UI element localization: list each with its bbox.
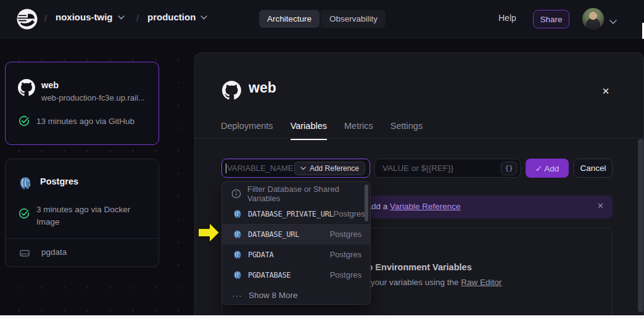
show-more-button[interactable]: ··· Show 8 More (222, 285, 370, 305)
dropdown-item-pgdata[interactable]: PGDATA Postgres (222, 244, 370, 265)
postgres-icon (233, 230, 242, 239)
project-name: noxious-twig (56, 12, 113, 22)
environment-breadcrumb[interactable]: production (147, 12, 207, 22)
page-bottom-edge (0, 315, 644, 319)
banner-close-icon[interactable]: ✕ (597, 201, 604, 210)
service-detail-panel: web ✕ Deployments Variables Metrics Sett… (194, 52, 644, 319)
panel-scrollbar[interactable] (638, 139, 643, 312)
tab-architecture[interactable]: Architecture (259, 10, 320, 28)
service-name: Postgres (40, 176, 78, 186)
service-card-postgres[interactable]: Postgres 3 minutes ago via Docker Image … (5, 159, 159, 267)
deploy-status: 13 minutes ago via GitHub (36, 115, 151, 128)
user-menu-chevron-icon[interactable] (609, 16, 617, 27)
chevron-down-icon (118, 15, 125, 20)
github-icon (18, 79, 35, 99)
cancel-button[interactable]: Cancel (574, 159, 613, 178)
dropdown-item-database-url[interactable]: DATABASE_URL Postgres (222, 224, 370, 244)
chevron-down-icon (300, 167, 306, 170)
breadcrumb-separator: / (44, 13, 47, 23)
volume-row-pgdata[interactable]: pgdata (6, 238, 159, 267)
avatar[interactable] (582, 8, 604, 30)
volume-name: pgdata (41, 247, 67, 257)
service-domain: web-production-fc3e.up.rail... (41, 93, 145, 102)
dropdown-item-pgdatabase[interactable]: PGDATABASE Postgres (222, 265, 370, 285)
dropdown-filter-hint: Filter Database or Shared Variables (222, 183, 370, 204)
variable-name-input[interactable]: VARIABLE_NAME Add Reference (221, 159, 370, 178)
postgres-icon (233, 270, 242, 280)
dropdown-scrollbar[interactable] (365, 184, 368, 222)
variable-reference-link[interactable]: Variable Reference (390, 202, 461, 211)
empty-state-subtitle: your variables using the (371, 278, 461, 287)
variable-suggestion-dropdown: Filter Database or Shared Variables DATA… (221, 181, 371, 305)
environment-name: production (147, 12, 196, 22)
postgres-icon (233, 209, 242, 219)
ellipsis-icon: ··· (232, 291, 242, 300)
postgres-icon (233, 250, 242, 260)
empty-state-title: No Environment Variables (361, 262, 472, 272)
add-reference-button[interactable]: Add Reference (294, 162, 365, 175)
success-check-icon (18, 115, 30, 130)
service-card-web[interactable]: web web-production-fc3e.up.rail... 13 mi… (5, 62, 159, 145)
panel-title: web (249, 80, 276, 96)
success-check-icon (18, 207, 30, 222)
view-switcher: Architecture Observability (259, 10, 386, 28)
raw-value-toggle[interactable]: {} (501, 162, 517, 175)
tab-observability[interactable]: Observability (321, 10, 386, 28)
variable-value-placeholder: VALUE or ${{REF}} (382, 164, 453, 173)
chevron-down-icon (200, 15, 207, 20)
help-button[interactable]: Help (498, 13, 516, 23)
railway-project-window: / noxious-twig / production Architecture… (0, 0, 644, 319)
top-navbar: / noxious-twig / production Architecture… (0, 0, 644, 38)
postgres-icon (18, 176, 33, 193)
tabs-divider (195, 138, 644, 138)
volume-disk-icon (19, 247, 30, 261)
deploy-status: 3 minutes ago via Docker Image (36, 204, 151, 228)
annotation-arrow-icon (197, 220, 221, 247)
info-icon (231, 189, 241, 199)
text-cursor (226, 164, 226, 173)
service-name: web (41, 80, 59, 90)
railway-logo-icon[interactable] (16, 8, 38, 30)
dropdown-item-database-private-url[interactable]: DATABASE_PRIVATE_URL Postgres (222, 204, 370, 224)
add-variable-button[interactable]: ✓ Add (526, 159, 569, 178)
raw-editor-link[interactable]: Raw Editor (461, 278, 502, 287)
share-button[interactable]: Share (533, 10, 569, 28)
variable-name-placeholder: VARIABLE_NAME (227, 164, 293, 173)
breadcrumb-separator: / (136, 13, 139, 23)
panel-close-icon[interactable]: ✕ (597, 83, 614, 100)
variable-value-input[interactable]: VALUE or ${{REF}} {} (374, 159, 521, 178)
project-breadcrumb[interactable]: noxious-twig (56, 12, 125, 22)
github-icon (222, 81, 241, 102)
